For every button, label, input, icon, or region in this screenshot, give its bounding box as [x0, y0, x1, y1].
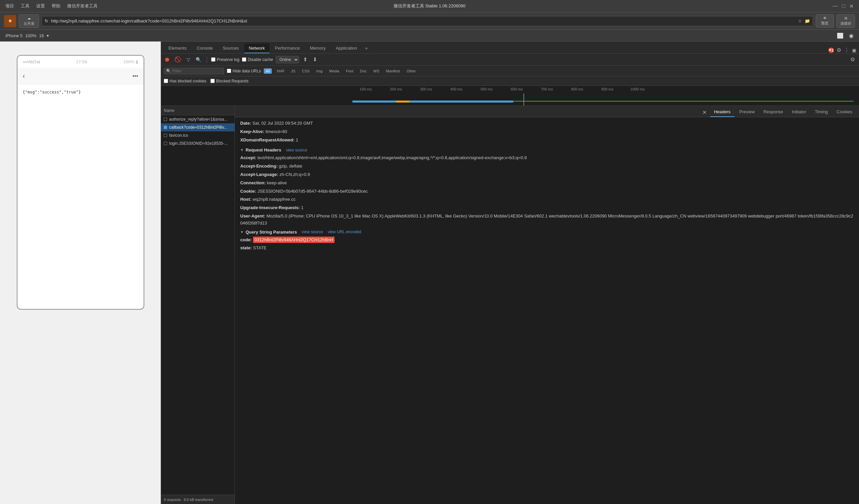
close-detail-button[interactable]: ✕: [699, 108, 709, 117]
hide-data-urls-checkbox[interactable]: Hide data URLs: [227, 69, 261, 74]
filter-icon-button[interactable]: ▽: [185, 56, 192, 64]
minimize-button[interactable]: —: [832, 3, 838, 9]
filter-other[interactable]: Other: [405, 68, 418, 74]
filter-xhr[interactable]: XHR: [274, 68, 286, 74]
url-bar: ↻ http://wq2np8.natappfree.cc/wechat-log…: [42, 16, 813, 26]
status-indicator-0: [164, 117, 167, 121]
settings-icon[interactable]: ◉: [849, 32, 854, 39]
dock-icon[interactable]: ▣: [852, 48, 856, 53]
tab-performance[interactable]: Performance: [270, 44, 304, 53]
menu-item-project[interactable]: 项目: [5, 3, 14, 9]
filter-all[interactable]: All: [264, 68, 272, 74]
devtools-toolbar: 🚫 ▽ 🔍 Preserve log Disable cache Online …: [161, 53, 859, 66]
search-button[interactable]: 🔍: [194, 56, 203, 64]
tab-memory[interactable]: Memory: [305, 44, 331, 53]
tab-headers[interactable]: Headers: [710, 107, 735, 117]
bookmark-icon[interactable]: ☆: [798, 18, 802, 23]
keepalive-value: timeout=60: [266, 129, 287, 134]
download-icon[interactable]: ⬇: [312, 55, 318, 64]
filter-css[interactable]: CSS: [300, 68, 312, 74]
upgrade-insecure-key: Upgrade-Insecure-Requests:: [240, 205, 300, 210]
request-item-0[interactable]: authorize_reply?allow=1&snsa...: [161, 115, 235, 123]
tab-elements[interactable]: Elements: [164, 44, 191, 53]
section-triangle-request[interactable]: ▼: [240, 148, 244, 152]
section-triangle-query[interactable]: ▼: [240, 230, 244, 234]
tab-preview[interactable]: Preview: [735, 107, 759, 117]
disable-cache-checkbox[interactable]: Disable cache: [242, 57, 273, 62]
menu-item-tools[interactable]: 工具: [21, 3, 30, 9]
cookie-key: Cookie:: [240, 189, 256, 194]
host-key: Host:: [240, 197, 251, 202]
filter-input-wrapper: 🔍: [164, 68, 224, 74]
clear-cache-button[interactable]: ⧉ 清缓存: [837, 14, 855, 28]
stop-button[interactable]: 🚫: [173, 55, 183, 64]
disable-cache-input[interactable]: [242, 57, 246, 62]
filter-ws[interactable]: WS: [372, 68, 381, 74]
filter-media[interactable]: Media: [327, 68, 341, 74]
phone-back-icon[interactable]: ‹: [23, 72, 25, 80]
online-select[interactable]: Online: [276, 56, 299, 63]
preserve-log-input[interactable]: [211, 57, 215, 62]
device-label[interactable]: iPhone 5: [5, 33, 22, 38]
tab-more[interactable]: »: [362, 44, 370, 53]
hide-data-urls-input[interactable]: [227, 69, 231, 73]
user-agent-value: Mozilla/5.0 (iPhone; CPU iPhone OS 10_3_…: [240, 214, 853, 225]
filter-manifest[interactable]: Manifest: [384, 68, 402, 74]
view-source-link2[interactable]: view source: [302, 230, 323, 234]
tab-initiator[interactable]: Initiator: [788, 107, 810, 117]
cloud-button[interactable]: ☁ 云开发: [19, 14, 39, 28]
rotate-icon[interactable]: ⬜: [837, 32, 844, 39]
timeline-300ms: 300 ms: [411, 87, 441, 91]
upload-icon[interactable]: ⬆: [302, 55, 309, 64]
filter-doc[interactable]: Doc: [358, 68, 369, 74]
filter-input[interactable]: [172, 69, 220, 74]
refresh-icon[interactable]: ↻: [45, 18, 48, 23]
phone-content: {"msg":"success","true"}: [17, 84, 144, 100]
request-name-2: favicon.ico: [169, 133, 188, 138]
phone-menu-icon[interactable]: •••: [133, 73, 138, 79]
disable-cache-label: Disable cache: [247, 57, 273, 62]
tab-network[interactable]: Network: [244, 44, 270, 53]
url-text[interactable]: http://wq2np8.natappfree.cc/wechat-login…: [51, 18, 795, 23]
menu-item-settings[interactable]: 设置: [36, 3, 45, 9]
error-count: 1: [831, 48, 833, 52]
maximize-button[interactable]: □: [842, 3, 845, 9]
request-item-1[interactable]: callback?code=0312hBnl2Pi8v...: [161, 123, 235, 131]
tab-timing[interactable]: Timing: [811, 107, 832, 117]
filter-js[interactable]: JS: [289, 68, 297, 74]
view-source-link1[interactable]: view source: [286, 148, 307, 153]
upgrade-insecure-value: 1: [301, 205, 303, 210]
filter-font[interactable]: Font: [344, 68, 355, 74]
tab-sources[interactable]: Sources: [218, 44, 244, 53]
preview-button[interactable]: 👁 预览: [816, 14, 834, 28]
tab-application[interactable]: Application: [331, 44, 362, 53]
record-button[interactable]: [164, 56, 170, 63]
phone-frame: ••••• WeChat 17:59 100% ▮ ‹ ••• {"msg":"…: [17, 55, 144, 310]
close-button[interactable]: ✕: [849, 3, 854, 10]
menu-item-wechat[interactable]: 微信开发者工具: [67, 3, 97, 9]
timeline-700ms: 700 ms: [532, 87, 562, 91]
headers-tabs: ✕ Headers Preview Response Initiator Tim…: [235, 106, 859, 117]
blocked-cookies-checkbox[interactable]: Has blocked cookies: [164, 79, 206, 83]
view-url-encoded-link[interactable]: view URL encoded: [328, 230, 361, 234]
avatar: 🐶: [4, 15, 16, 27]
blocked-cookies-input[interactable]: [164, 79, 168, 83]
response-date-row: Date: Sat, 02 Jul 2022 09:54:20 GMT: [240, 120, 854, 127]
blocked-requests-input[interactable]: [210, 79, 215, 83]
tab-cookies[interactable]: Cookies: [832, 107, 856, 117]
folder-icon[interactable]: 📁: [805, 18, 810, 23]
preserve-log-checkbox[interactable]: Preserve log: [211, 57, 239, 62]
menu-item-help[interactable]: 帮助: [52, 3, 60, 9]
more-options-icon[interactable]: ⋮: [844, 47, 849, 53]
request-item-3[interactable]: login:JSESSIONID=92e18535-...: [161, 139, 235, 147]
request-item-2[interactable]: favicon.ico: [161, 131, 235, 139]
code-param-row: code: 0312hBnl2Pi8v946AHnl2Q17CH12hBnH: [240, 237, 854, 243]
tab-console[interactable]: Console: [192, 44, 217, 53]
toolbar-settings-icon[interactable]: ⚙: [849, 55, 856, 64]
tab-response[interactable]: Response: [759, 107, 787, 117]
blocked-requests-checkbox[interactable]: Blocked Requests: [210, 79, 248, 83]
chevron-down-icon[interactable]: ▾: [47, 33, 49, 38]
settings-gear-icon[interactable]: ⚙: [837, 47, 841, 53]
phone-panel: ••••• WeChat 17:59 100% ▮ ‹ ••• {"msg":"…: [0, 42, 161, 504]
filter-img[interactable]: Img: [314, 68, 325, 74]
